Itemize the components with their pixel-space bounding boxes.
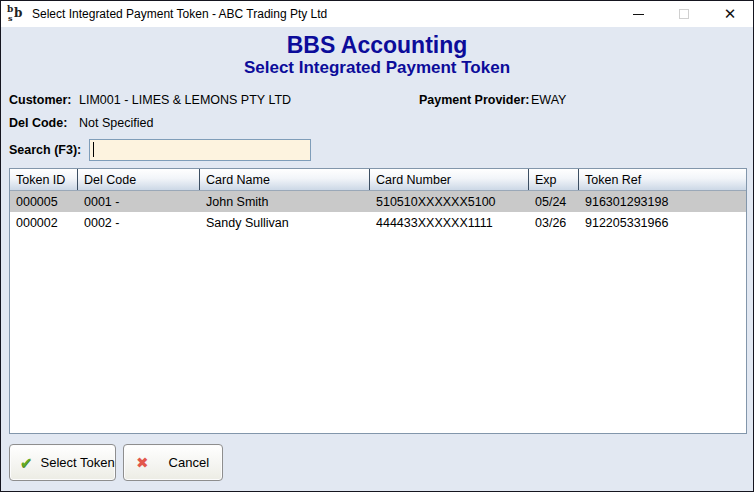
column-header-token-id[interactable]: Token ID — [10, 169, 78, 190]
app-icon-letter: s — [8, 13, 13, 23]
table-cell: 000002 — [10, 212, 78, 233]
search-label: Search (F3): — [9, 143, 81, 157]
table-cell: 912205331966 — [579, 212, 746, 233]
column-header-del-code[interactable]: Del Code — [78, 169, 200, 190]
customer-label: Customer: — [9, 93, 72, 107]
customer-value: LIM001 - LIMES & LEMONS PTY LTD — [79, 93, 291, 107]
cancel-label: Cancel — [169, 455, 209, 470]
search-input[interactable] — [89, 139, 311, 161]
maximize-button — [661, 1, 707, 27]
table-cell: 916301293198 — [579, 191, 746, 212]
close-button[interactable]: ✕ — [707, 1, 753, 27]
table-cell: 000005 — [10, 191, 78, 212]
table-cell: 03/26 — [529, 212, 579, 233]
table-cell: 444433XXXXXX1111 — [370, 212, 529, 233]
table-cell: 510510XXXXXX5100 — [370, 191, 529, 212]
window-title: Select Integrated Payment Token - ABC Tr… — [32, 7, 327, 21]
table-header: Token IDDel CodeCard NameCard NumberExpT… — [10, 169, 746, 191]
app-title: BBS Accounting — [1, 32, 753, 59]
minimize-icon — [633, 14, 644, 15]
cross-icon: ✖ — [136, 455, 149, 470]
title-bar: b b s Select Integrated Payment Token - … — [1, 1, 753, 27]
check-icon: ✔ — [20, 455, 33, 470]
del-code-label: Del Code: — [9, 116, 67, 130]
table-cell: 0001 - — [78, 191, 200, 212]
select-token-button[interactable]: ✔ Select Token — [9, 444, 116, 481]
column-header-exp[interactable]: Exp — [529, 169, 579, 190]
dialog-window: b b s Select Integrated Payment Token - … — [0, 0, 754, 492]
column-header-card-number[interactable]: Card Number — [370, 169, 529, 190]
table-body: 0000050001 -John Smith510510XXXXXX510005… — [10, 191, 746, 233]
cancel-button[interactable]: ✖ Cancel — [123, 444, 223, 481]
table-cell: John Smith — [200, 191, 370, 212]
payment-provider-value: EWAY — [531, 93, 566, 107]
app-icon: b b s — [7, 6, 25, 23]
minimize-button[interactable] — [615, 1, 661, 27]
table-cell: 05/24 — [529, 191, 579, 212]
text-caret — [93, 142, 94, 157]
column-header-token-ref[interactable]: Token Ref — [579, 169, 746, 190]
table-row[interactable]: 0000050001 -John Smith510510XXXXXX510005… — [10, 191, 746, 212]
del-code-value: Not Specified — [79, 116, 153, 130]
maximize-icon — [679, 9, 689, 19]
payment-provider-label: Payment Provider: — [419, 93, 529, 107]
select-token-label: Select Token — [41, 455, 115, 470]
table-row[interactable]: 0000020002 -Sandy Sullivan444433XXXXXX11… — [10, 212, 746, 233]
column-header-card-name[interactable]: Card Name — [200, 169, 370, 190]
app-icon-letter: b — [14, 6, 22, 20]
table-cell: Sandy Sullivan — [200, 212, 370, 233]
dialog-subtitle: Select Integrated Payment Token — [1, 58, 753, 78]
table-cell: 0002 - — [78, 212, 200, 233]
token-table: Token IDDel CodeCard NameCard NumberExpT… — [9, 168, 747, 434]
